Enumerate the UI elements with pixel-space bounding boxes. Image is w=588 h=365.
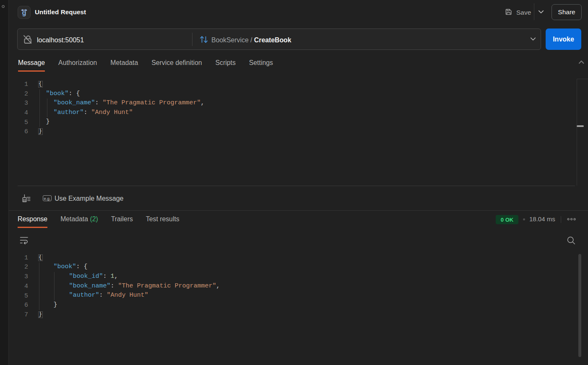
svg-text:g: g [22,9,26,16]
